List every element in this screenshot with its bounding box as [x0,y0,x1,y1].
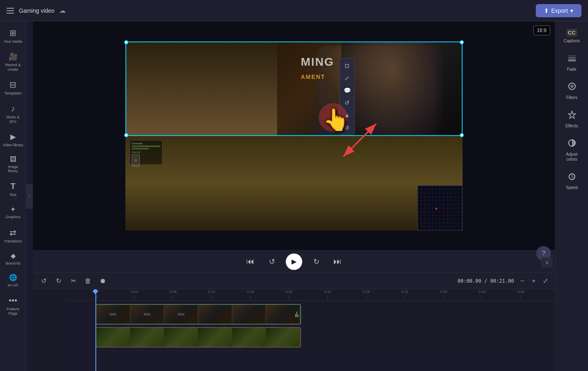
clip-thumbnails: MIN MIN [96,305,300,324]
sidebar-item-label: Your media [4,39,22,44]
top-video-clip: MINGAMENT [125,41,463,136]
track-label-video [33,301,64,321]
timeline-area: ↺ ↻ ✂ 🗑 ⏺ 00:00.00 / 00:21.00 − + ⤢ [33,272,555,371]
gameplay-thumb-3 [164,328,198,347]
rewind-button[interactable]: ↺ [264,254,279,269]
right-item-captions[interactable]: CC Captions [557,25,587,48]
track-labels [33,289,64,371]
sidebar-item-brand-kit[interactable]: ◆ Brand kit [1,249,25,269]
track-clips-area: MIN MIN [64,301,555,351]
right-sidebar: CC Captions Fade Filters [555,21,588,371]
timecode-current: 00:00.00 [458,278,482,284]
sidebar-item-label: en-US [8,283,19,288]
sidebar-item-image-library[interactable]: 🖼 Imagelibrary [1,152,25,177]
undo-button[interactable]: ↺ [38,275,49,287]
collapse-panel-button[interactable]: ∨ [541,258,553,267]
right-item-adjust-colors[interactable]: Adjustcolors [557,134,587,166]
sidebar-item-feature-flags[interactable]: ••• FeatureFlags [1,293,25,319]
svg-rect-6 [568,60,576,61]
play-button[interactable]: ▶ [286,253,302,270]
minimap [417,185,463,230]
preview-area: MINGAMENT Gameplay [33,21,555,250]
zoom-out-button[interactable]: − [517,276,527,286]
export-button[interactable]: ⬆ Export ▾ [536,4,581,17]
gameplay-thumb-2 [130,328,164,347]
center-area: MINGAMENT Gameplay [33,21,555,371]
sidebar-item-your-media[interactable]: ⊞ Your media [1,25,25,47]
language-icon: 🌐 [9,274,17,281]
right-item-effects[interactable]: Effects [557,106,587,133]
sidebar-item-text[interactable]: T Text [1,178,25,200]
effects-label: Effects [565,124,578,129]
float-tool-layout[interactable]: ⊡ [341,60,353,71]
right-item-filters[interactable]: Filters [557,78,587,104]
clip-thumb-3: MIN [164,305,198,324]
float-tool-caption[interactable]: 💬 [341,85,353,96]
adjust-colors-label: Adjustcolors [566,152,578,162]
gameplay-thumb-6 [266,328,300,347]
zoom-in-button[interactable]: + [529,276,539,286]
fade-label: Fade [567,67,576,72]
image-library-icon: 🖼 [10,156,16,163]
playback-controls: ⏮ ↺ ▶ ↻ ⏭ ⤢ [33,250,555,272]
float-tool-rotate[interactable]: ↺ [341,97,353,108]
gameplay-thumb-1 [96,328,130,347]
sidebar-item-label: Record &create [5,63,21,72]
topbar: Gaming video ☁ ⬆ Export ▾ [0,0,588,21]
sidebar-item-label: Text [9,193,16,197]
float-toolbar: ⊡ ⤢ 💬 ↺ ▲ ⊘ [339,58,355,135]
left-sidebar: ⊞ Your media 🎥 Record &create ⊟ Template… [0,21,26,371]
sidebar-item-label: Video library [3,143,23,147]
clip-thumbnails-gameplay [96,328,300,347]
sidebar-item-label: Transitions [4,239,22,244]
record-timeline-button[interactable]: ⏺ [97,275,109,287]
sidebar-item-label: Imagelibrary [8,165,18,174]
fast-forward-button[interactable]: ↻ [309,254,324,269]
filters-icon [567,82,576,93]
project-title: Gaming video [19,7,54,14]
sidebar-item-music[interactable]: ♪ Music & SFX [1,101,25,127]
sidebar-item-language[interactable]: 🌐 en-US [1,270,25,291]
sidebar-item-record[interactable]: 🎥 Record &create [1,49,25,75]
playhead[interactable] [95,289,96,371]
sidebar-toggle[interactable]: › [26,184,33,209]
sidebar-item-templates[interactable]: ⊟ Templates [1,76,25,99]
menu-button[interactable] [7,8,14,14]
gaming-text: MINGAMENT [301,55,334,82]
redo-button[interactable]: ↻ [53,275,64,287]
skip-to-start-button[interactable]: ⏮ [243,254,258,269]
float-tool-resize[interactable]: ⤢ [341,72,353,84]
track-label-gameplay [33,324,64,344]
timecode-display: 00:00.00 / 00:21.00 [458,278,514,284]
sidebar-item-label: Templates [5,91,21,96]
music-icon: ♪ [11,104,15,113]
sidebar-item-transitions[interactable]: ⇄ Transitions [1,224,25,247]
zoom-fit-button[interactable]: ⤢ [540,276,550,286]
svg-rect-3 [568,55,576,56]
right-item-speed[interactable]: Speed [557,168,587,194]
video-clip[interactable]: MIN MIN [95,304,301,325]
float-tool-remove[interactable]: ⊘ [341,122,353,133]
record-icon: 🎥 [9,52,18,61]
zoom-controls: − + ⤢ [517,276,550,286]
gameplay-clip[interactable] [95,327,301,348]
timeline-ruler: 0 0:04 0:08 [64,289,555,301]
sidebar-item-video-library[interactable]: ▶ Video library [1,129,25,151]
track-gameplay [95,327,555,348]
sidebar-item-graphics[interactable]: ✦ Graphics [1,202,25,223]
gameplay-thumb-4 [198,328,232,347]
delete-button[interactable]: 🗑 [82,275,94,287]
templates-icon: ⊟ [9,80,16,90]
clip-thumb-2: MIN [130,305,164,324]
skip-to-end-button[interactable]: ⏭ [330,254,345,269]
speed-icon [567,172,576,183]
svg-rect-4 [568,57,576,58]
sidebar-item-label: FeatureFlags [7,307,19,316]
right-item-fade[interactable]: Fade [557,49,587,76]
bottom-video-clip: Gameplay 208/325 ⊡ [125,136,463,230]
float-tool-move-up[interactable]: ▲ [341,109,353,121]
transitions-icon: ⇄ [9,228,16,237]
sidebar-item-label: Graphics [5,215,20,219]
video-library-icon: ▶ [10,132,16,141]
cut-button[interactable]: ✂ [67,275,79,287]
